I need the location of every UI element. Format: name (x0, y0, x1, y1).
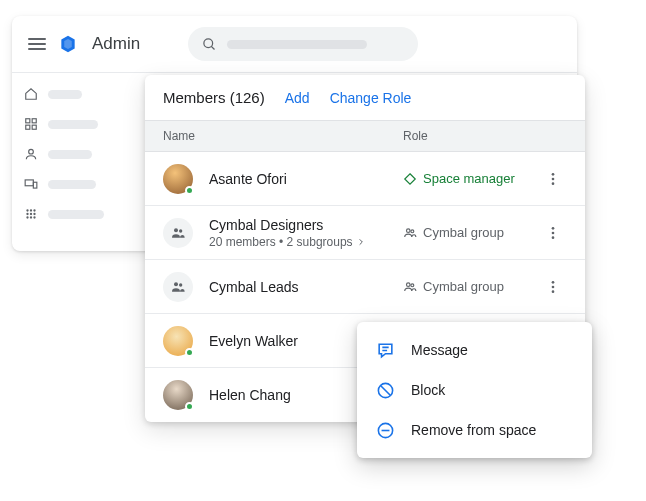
row-menu-button[interactable] (539, 165, 567, 193)
svg-point-25 (552, 236, 555, 239)
group-avatar (163, 218, 193, 248)
person-icon (24, 147, 38, 161)
search-icon (202, 37, 217, 52)
apps-icon (24, 207, 38, 221)
svg-point-27 (179, 283, 182, 286)
svg-point-10 (26, 213, 28, 215)
role-cell: Space manager (403, 171, 539, 186)
devices-icon (24, 177, 38, 191)
svg-point-11 (30, 213, 32, 215)
group-icon (170, 279, 186, 295)
message-icon (375, 340, 395, 360)
table-row[interactable]: Cymbal Leads Cymbal group (145, 260, 585, 314)
svg-rect-1 (32, 119, 36, 123)
svg-point-20 (179, 229, 182, 232)
search-input[interactable] (188, 27, 418, 61)
members-header: Members (126) Add Change Role (145, 75, 585, 120)
group-icon (403, 280, 417, 294)
svg-point-32 (552, 290, 555, 293)
svg-point-14 (30, 216, 32, 218)
member-name: Cymbal Designers (209, 217, 403, 233)
svg-point-16 (552, 173, 555, 176)
svg-point-12 (33, 213, 35, 215)
menu-message[interactable]: Message (357, 330, 592, 370)
block-icon (375, 380, 395, 400)
svg-point-22 (411, 229, 414, 232)
dashboard-icon (24, 117, 38, 131)
diamond-icon (403, 172, 417, 186)
role-cell: Cymbal group (403, 279, 539, 294)
avatar (163, 380, 193, 410)
column-name: Name (163, 129, 403, 143)
presence-online-icon (185, 186, 194, 195)
context-menu: Message Block Remove from space (357, 322, 592, 458)
svg-line-40 (380, 385, 390, 395)
svg-rect-0 (26, 119, 30, 123)
svg-rect-2 (26, 125, 30, 129)
column-role: Role (403, 129, 567, 143)
admin-title: Admin (92, 34, 140, 54)
row-menu-button[interactable] (539, 219, 567, 247)
change-role-button[interactable]: Change Role (330, 90, 412, 106)
sidebar-item-users[interactable] (24, 147, 130, 161)
svg-point-9 (33, 209, 35, 211)
menu-icon[interactable] (28, 38, 46, 50)
admin-header: Admin (12, 16, 577, 72)
member-name: Asante Ofori (209, 171, 403, 187)
more-vert-icon (545, 225, 561, 241)
more-vert-icon (545, 171, 561, 187)
sidebar (12, 73, 142, 251)
menu-block[interactable]: Block (357, 370, 592, 410)
svg-point-29 (411, 283, 414, 286)
svg-point-24 (552, 231, 555, 234)
table-header: Name Role (145, 120, 585, 152)
avatar (163, 326, 193, 356)
svg-point-8 (30, 209, 32, 211)
add-button[interactable]: Add (285, 90, 310, 106)
svg-rect-5 (25, 180, 33, 186)
svg-point-13 (26, 216, 28, 218)
sidebar-item-apps[interactable] (24, 207, 130, 221)
svg-point-23 (552, 227, 555, 230)
sidebar-item-dashboard[interactable] (24, 117, 130, 131)
svg-point-4 (29, 149, 34, 154)
svg-point-21 (407, 228, 411, 232)
sidebar-item-devices[interactable] (24, 177, 130, 191)
role-cell: Cymbal group (403, 225, 539, 240)
more-vert-icon (545, 279, 561, 295)
row-menu-button[interactable] (539, 273, 567, 301)
presence-online-icon (185, 348, 194, 357)
svg-rect-3 (32, 125, 36, 129)
svg-rect-6 (33, 182, 37, 188)
table-row[interactable]: Asante Ofori Space manager (145, 152, 585, 206)
group-avatar (163, 272, 193, 302)
home-icon (24, 87, 38, 101)
avatar (163, 164, 193, 194)
members-title: Members (126) (163, 89, 265, 106)
svg-point-7 (26, 209, 28, 211)
member-subtitle: 20 members • 2 subgroups (209, 235, 403, 249)
menu-label: Block (411, 382, 445, 398)
table-row[interactable]: Cymbal Designers 20 members • 2 subgroup… (145, 206, 585, 260)
menu-label: Message (411, 342, 468, 358)
svg-point-15 (33, 216, 35, 218)
svg-point-18 (552, 182, 555, 185)
svg-point-26 (174, 282, 178, 286)
svg-point-31 (552, 285, 555, 288)
remove-icon (375, 420, 395, 440)
presence-online-icon (185, 402, 194, 411)
svg-point-28 (407, 282, 411, 286)
menu-label: Remove from space (411, 422, 536, 438)
member-name: Cymbal Leads (209, 279, 403, 295)
svg-point-30 (552, 281, 555, 284)
svg-point-19 (174, 228, 178, 232)
menu-remove[interactable]: Remove from space (357, 410, 592, 450)
sidebar-item-home[interactable] (24, 87, 130, 101)
group-icon (170, 225, 186, 241)
admin-logo (58, 34, 78, 54)
svg-point-17 (552, 177, 555, 180)
chevron-right-icon (357, 238, 365, 246)
group-icon (403, 226, 417, 240)
